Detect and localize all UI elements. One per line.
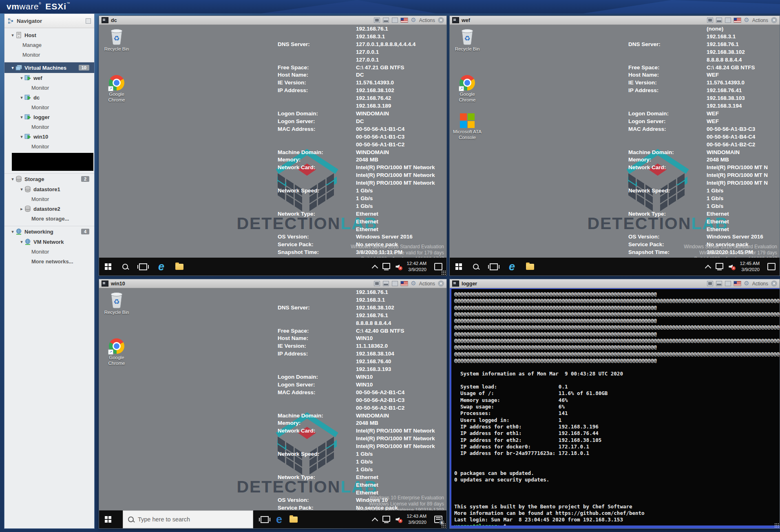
taskbar-clock[interactable]: 12:45 AM3/9/2020 [740,260,760,273]
console-popout-icon[interactable] [716,18,722,23]
sidebar-item-wef[interactable]: ▾wef [4,73,94,83]
sidebar-item-monitor[interactable]: Monitor [4,102,94,112]
sidebar-item-networking[interactable]: ▾Networking4 [4,226,94,237]
console-popout-icon[interactable] [383,18,389,23]
settings-gear-icon[interactable] [411,17,416,23]
console-popout-icon[interactable] [716,281,722,286]
tray-chevron-icon[interactable] [705,265,712,271]
sidebar-item-more-networks[interactable]: More networks... [4,256,94,266]
taskbar-clock[interactable]: 12:42 AM3/9/2020 [407,260,426,273]
settings-gear-icon[interactable] [411,280,416,287]
vm-console-screen-dc[interactable]: DETECTIONLAB ♻ Recycle Bin GoogleChrome … [99,25,446,276]
tree-chevron-down-icon[interactable]: ▾ [19,75,24,81]
tray-chevron-icon[interactable] [372,517,378,524]
taskbar-clock[interactable]: 12:43 AM3/9/2020 [407,513,426,525]
sidebar-item-logger[interactable]: ▾logger [4,112,94,122]
chrome-icon[interactable]: GoogleChrome [102,75,132,103]
sidebar-item-monitor[interactable]: Monitor [4,50,94,60]
network-tray-icon[interactable] [382,263,390,269]
actions-button[interactable]: Actions [752,281,768,287]
volume-muted-icon[interactable] [396,264,401,269]
recycle-bin-icon[interactable]: ♻ Recycle Bin [102,291,132,316]
resize-grip[interactable] [774,523,779,528]
sidebar-item-dc[interactable]: ▾dc [4,93,94,102]
volume-muted-icon[interactable] [396,517,401,522]
sidebar-item-monitor[interactable]: Monitor [4,83,94,93]
chrome-icon[interactable]: GoogleChrome [102,338,132,366]
window-titlebar[interactable]: dc Actions [99,16,446,25]
window-titlebar[interactable]: win10 Actions [99,279,446,288]
settings-gear-icon[interactable] [744,17,749,23]
sidebar-item-monitor[interactable]: Monitor [4,194,94,204]
console-screen-icon[interactable] [374,18,380,23]
sidebar-item-virtual-machines[interactable]: ▾Virtual Machines10 [4,62,94,73]
start-button[interactable] [105,263,111,270]
keyboard-layout-flag-icon[interactable] [401,18,408,22]
tree-chevron-down-icon[interactable]: ▾ [19,115,24,120]
file-explorer-icon[interactable] [175,264,183,270]
vm-console-screen-logger[interactable]: @@@@@@@@@@@@@@@@@@@@@@@@@@@@@@@@@@@@@@@@… [450,288,780,528]
sidebar-item-more-storage[interactable]: More storage... [4,214,94,223]
close-icon[interactable] [771,280,777,287]
tree-chevron-down-icon[interactable]: ▾ [10,229,15,234]
tray-chevron-icon[interactable] [372,265,378,271]
console-fullscreen-icon[interactable] [392,281,398,286]
window-titlebar[interactable]: logger Actions [450,279,780,288]
close-icon[interactable] [438,17,444,23]
microsoft-ata-console-icon[interactable]: Microsoft ATAConsole [452,113,482,141]
console-screen-icon[interactable] [707,18,713,23]
search-icon[interactable] [122,264,128,269]
sidebar-item-datastore1[interactable]: ▾datastore1 [4,184,94,194]
sidebar-item-host[interactable]: ▾Host [4,30,94,40]
tree-chevron-down-icon[interactable]: ▾ [10,65,15,71]
vm-console-screen-win10[interactable]: DETECTIONLAB ♻ Recycle Bin GoogleChrome … [99,288,446,528]
sidebar-item-monitor[interactable]: Monitor [4,247,94,256]
console-popout-icon[interactable] [383,281,389,286]
collapse-panel-icon[interactable] [86,18,91,24]
close-icon[interactable] [438,280,444,287]
vm-console-screen-wef[interactable]: DETECTIONLAB ♻ Recycle Bin GoogleChrome … [450,25,780,276]
search-input[interactable]: Type here to search [123,510,253,528]
sidebar-item-storage[interactable]: ▾Storage2 [4,173,94,184]
actions-button[interactable]: Actions [419,18,435,23]
action-center-icon[interactable] [434,263,442,270]
network-tray-icon[interactable] [382,516,390,522]
resize-grip[interactable] [441,270,446,275]
tree-chevron-down-icon[interactable]: ▾ [19,187,24,192]
start-button[interactable] [105,516,111,523]
actions-button[interactable]: Actions [752,18,768,23]
actions-button[interactable]: Actions [419,281,435,287]
keyboard-layout-flag-icon[interactable] [734,18,741,22]
sidebar-item-vm-network[interactable]: ▾VM Network [4,237,94,247]
start-button[interactable] [455,263,462,270]
tree-chevron-right-icon[interactable]: ▸ [19,206,24,212]
keyboard-layout-flag-icon[interactable] [401,281,408,286]
task-view-icon[interactable] [139,263,147,270]
tree-chevron-down-icon[interactable]: ▾ [10,33,15,38]
action-center-icon[interactable]: 6 [434,516,442,523]
console-fullscreen-icon[interactable] [725,281,731,286]
sidebar-item-manage[interactable]: Manage [4,40,94,50]
recycle-bin-icon[interactable]: ♻ Recycle Bin [102,27,132,52]
tree-chevron-down-icon[interactable]: ▾ [19,95,24,100]
window-titlebar[interactable]: wef Actions [450,16,780,25]
search-icon[interactable] [473,264,479,269]
edge-icon[interactable]: e [276,514,282,525]
tree-chevron-down-icon[interactable]: ▾ [19,239,24,245]
file-explorer-icon[interactable] [526,264,534,270]
internet-explorer-icon[interactable]: e [158,261,164,272]
resize-grip[interactable] [441,523,446,528]
sidebar-item-monitor[interactable]: Monitor [4,122,94,132]
keyboard-layout-flag-icon[interactable] [734,281,741,286]
console-fullscreen-icon[interactable] [392,18,398,23]
recycle-bin-icon[interactable]: ♻ Recycle Bin [452,27,482,52]
close-icon[interactable] [771,17,777,23]
tree-chevron-down-icon[interactable]: ▾ [10,177,15,182]
action-center-icon[interactable] [767,263,776,270]
settings-gear-icon[interactable] [744,280,749,287]
network-tray-icon[interactable] [716,263,723,269]
sidebar-item-win10[interactable]: ▾win10 [4,132,94,141]
chrome-icon[interactable]: GoogleChrome [452,75,482,103]
task-view-icon[interactable] [261,516,269,523]
console-screen-icon[interactable] [374,281,380,286]
